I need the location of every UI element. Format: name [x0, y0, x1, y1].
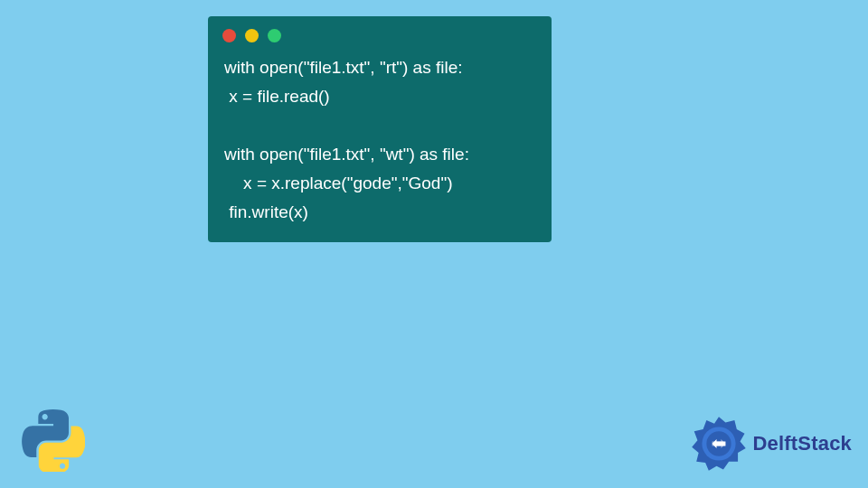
minimize-icon [245, 29, 259, 42]
python-logo-icon [22, 408, 85, 472]
maximize-icon [268, 29, 281, 42]
code-line: x = x.replace("gode","God") [224, 174, 452, 192]
window-titlebar [208, 16, 552, 50]
delftstack-badge-icon [691, 416, 747, 472]
brand-name: DelftStack [752, 432, 852, 455]
code-line: x = file.read() [224, 87, 330, 106]
code-line [224, 116, 229, 135]
code-window: with open("file1.txt", "rt") as file: x … [208, 16, 552, 242]
code-block: with open("file1.txt", "rt") as file: x … [208, 50, 552, 226]
code-line: with open("file1.txt", "rt") as file: [224, 58, 463, 77]
code-line: with open("file1.txt", "wt") as file: [224, 145, 469, 164]
brand-logo: DelftStack [691, 416, 852, 472]
code-line: fin.write(x) [224, 202, 308, 221]
close-icon [222, 29, 236, 42]
